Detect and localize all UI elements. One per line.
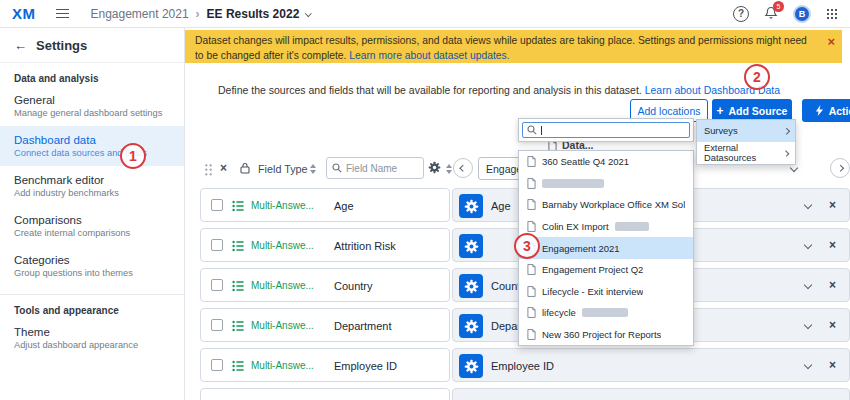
dropdown-item-engagement-2021[interactable]: Engagement 2021 <box>519 237 693 259</box>
description-text: Define the sources and fields that will … <box>218 84 642 96</box>
sidebar-item-theme[interactable]: Theme Adjust dashboard appearance <box>0 318 184 358</box>
gear-icon <box>464 359 479 374</box>
section-title-tools-appearance: Tools and appearance <box>14 305 170 316</box>
page-next-button[interactable] <box>830 158 850 178</box>
field-settings-button[interactable] <box>459 194 483 218</box>
dropdown-item-lifecycle-exit-interview[interactable]: Lifecycle - Exit interview <box>519 280 693 302</box>
dropdown-item-new-360-project[interactable]: New 360 Project for Reports <box>519 324 693 346</box>
chevron-down-icon[interactable] <box>804 321 812 329</box>
sort-settings-icon[interactable] <box>446 164 452 174</box>
row-checkbox[interactable] <box>211 319 223 331</box>
field-settings-button[interactable] <box>459 234 483 258</box>
hamburger-menu-icon[interactable] <box>56 9 69 19</box>
sidebar-item-comparisons[interactable]: Comparisons Create internal comparisons <box>0 206 184 246</box>
survey-icon <box>527 286 536 297</box>
chevron-down-icon[interactable] <box>790 164 798 172</box>
field-name-search-input[interactable] <box>346 163 416 174</box>
close-icon[interactable]: × <box>827 37 835 47</box>
notifications-button[interactable]: 5 <box>764 6 778 22</box>
gear-icon <box>464 199 479 214</box>
field-name-label: Age <box>334 200 354 212</box>
breadcrumb-parent[interactable]: Engagement 2021 <box>91 7 189 21</box>
field-settings-button[interactable] <box>459 314 483 338</box>
avatar[interactable]: B <box>793 5 811 23</box>
field-name-label: Employee ID <box>334 360 397 372</box>
remove-field-icon[interactable]: × <box>829 278 836 292</box>
dropdown-item-engagement-project-q2[interactable]: Engagement Project Q2 <box>519 259 693 281</box>
survey-icon <box>527 156 536 167</box>
field-row-partial <box>200 388 450 400</box>
sidebar-item-dashboard-data[interactable]: Dashboard data Connect data sources and … <box>0 126 184 166</box>
remove-field-icon[interactable]: × <box>829 318 836 332</box>
remove-field-icon[interactable]: × <box>829 358 836 372</box>
notification-badge: 5 <box>773 1 784 12</box>
annotation-step-1: 1 <box>120 143 146 169</box>
chevron-down-icon[interactable] <box>804 241 812 249</box>
chevron-down-icon[interactable] <box>804 361 812 369</box>
field-table-header: × Field Type <box>200 157 450 181</box>
survey-icon <box>527 307 536 318</box>
chevron-right-icon <box>783 128 789 134</box>
field-settings-button[interactable] <box>459 274 483 298</box>
dropdown-item-barnaby[interactable]: Barnaby Workplace Office XM Solution <box>519 194 693 216</box>
remove-field-icon[interactable]: × <box>829 238 836 252</box>
sidebar-item-subtitle: Connect data sources and fields <box>14 148 170 158</box>
multi-answer-icon <box>232 240 244 252</box>
submenu-item-surveys[interactable]: Surveys <box>697 120 795 142</box>
chevron-down-icon[interactable] <box>804 201 812 209</box>
clear-selection-icon[interactable]: × <box>220 161 227 175</box>
row-checkbox[interactable] <box>211 239 223 251</box>
submenu-item-external-datasources[interactable]: External Datasources <box>697 142 795 164</box>
dataset-field-label: Age <box>491 200 511 212</box>
row-checkbox[interactable] <box>211 279 223 291</box>
redacted-text <box>542 179 604 188</box>
survey-icon <box>527 178 536 189</box>
plus-icon: + <box>717 106 724 116</box>
dropdown-item-redacted[interactable] <box>519 173 693 195</box>
chevron-down-icon[interactable] <box>804 281 812 289</box>
back-to-settings[interactable]: ← Settings <box>0 28 184 63</box>
row-checkbox[interactable] <box>211 359 223 371</box>
field-type-label: Multi-Answe... <box>251 280 314 291</box>
row-checkbox[interactable] <box>211 199 223 211</box>
help-icon[interactable]: ? <box>733 6 749 22</box>
sidebar-item-benchmark-editor[interactable]: Benchmark editor Add industry benchmarks <box>0 166 184 206</box>
banner-link[interactable]: Learn more about dataset updates. <box>349 50 509 61</box>
remove-field-icon[interactable]: × <box>829 198 836 212</box>
survey-icon <box>527 329 536 340</box>
field-type-label: Multi-Answe... <box>251 200 314 211</box>
sidebar-item-label: Comparisons <box>14 214 170 226</box>
field-settings-button[interactable] <box>459 354 483 378</box>
field-row-employee-id: Multi-Answe... Employee ID <box>200 348 450 382</box>
field-name-label: Department <box>334 320 391 332</box>
source-search-input[interactable] <box>522 122 690 138</box>
chevron-down-icon[interactable] <box>305 10 311 16</box>
dataset-row-employee-id: Employee ID × <box>452 348 850 382</box>
page-previous-button[interactable] <box>453 158 473 178</box>
field-type-label: Multi-Answe... <box>251 240 314 251</box>
sidebar-item-label: Theme <box>14 326 170 338</box>
sidebar-item-general[interactable]: General Manage general dashboard setting… <box>0 86 184 126</box>
apps-grid-icon[interactable] <box>826 8 838 20</box>
sidebar-item-label: Benchmark editor <box>14 174 170 186</box>
sidebar-item-label: Categories <box>14 254 170 266</box>
field-type-column-header[interactable]: Field Type <box>258 163 308 175</box>
dropdown-item-colin-ex-import[interactable]: Colin EX Import <box>519 216 693 238</box>
search-icon <box>332 163 342 173</box>
action-button[interactable]: Action <box>802 99 850 122</box>
sidebar-item-subtitle: Group questions into themes <box>14 268 170 278</box>
field-row-country: Multi-Answe... Country <box>200 268 450 302</box>
drag-handle-icon[interactable] <box>204 163 213 176</box>
survey-icon <box>527 221 536 232</box>
sidebar-item-categories[interactable]: Categories Group questions into themes <box>0 246 184 286</box>
xm-logo: XM <box>12 5 36 22</box>
dropdown-item-lifecycle[interactable]: lifecycle <box>519 302 693 324</box>
gear-icon[interactable] <box>428 161 441 174</box>
field-row-department: Multi-Answe... Department <box>200 308 450 342</box>
settings-sidebar: ← Settings Data and analysis General Man… <box>0 28 185 400</box>
breadcrumb-current[interactable]: EE Results 2022 <box>207 7 300 21</box>
survey-icon <box>527 264 536 275</box>
dropdown-item-360-seattle[interactable]: 360 Seattle Q4 2021 <box>519 151 693 173</box>
sort-field-type-icon[interactable] <box>310 164 316 174</box>
redacted-text <box>582 308 628 317</box>
